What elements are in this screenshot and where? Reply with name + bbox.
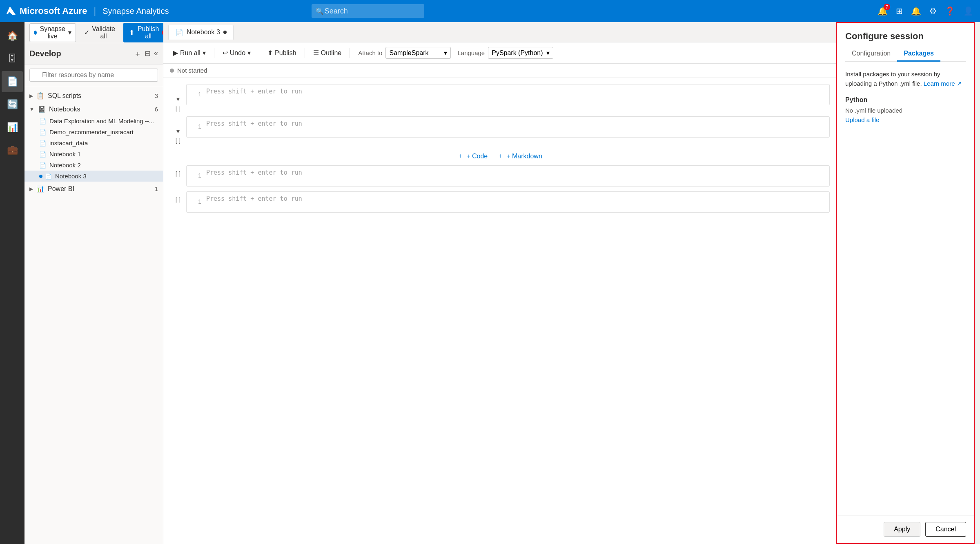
powerbi-icon: 📊 [36, 185, 45, 193]
sql-chevron-icon: ▶ [29, 93, 33, 99]
cell-4: [ ] 1 Press shift + enter to run [170, 191, 830, 213]
config-tab-packages[interactable]: Packages [897, 47, 940, 62]
notifications-icon[interactable]: 🔔 7 [878, 6, 888, 16]
validate-all-button[interactable]: ✓ Validate all [81, 24, 118, 42]
user-icon[interactable]: 👤 [963, 6, 973, 16]
brand-logo: Microsoft Azure [7, 6, 87, 16]
notebook-status-label: Not started [177, 67, 207, 74]
cancel-button[interactable]: Cancel [925, 522, 966, 537]
sidebar-item-manage[interactable]: 💼 [2, 140, 23, 161]
notebooks-label: Notebooks [49, 106, 80, 113]
sql-scripts-label: SQL scripts [48, 92, 81, 100]
config-tabs: Configuration Packages [845, 47, 966, 62]
close-sidebar-icon[interactable]: « [154, 49, 158, 59]
alert-icon[interactable]: 🔔 [911, 6, 921, 16]
add-markdown-label: + Markdown [506, 153, 542, 160]
tree-group-notebooks-header[interactable]: ▼ 📓 Notebooks 6 [24, 103, 163, 115]
upload-file-link[interactable]: Upload a file [845, 116, 879, 123]
notebook-item-label-3: Notebook 1 [49, 151, 81, 158]
search-input[interactable] [312, 4, 424, 18]
tree-group-sql-header[interactable]: ▶ 📋 SQL scripts 3 [24, 89, 163, 102]
powerbi-label: Power BI [48, 185, 74, 193]
learn-more-link[interactable]: Learn more ↗ [924, 80, 962, 87]
synapse-live-button[interactable]: Synapse live ▾ [29, 23, 76, 42]
notebook-item-0[interactable]: 📄 Data Exploration and ML Modeling --... [24, 115, 163, 127]
language-dropdown[interactable]: PySpark (Python) ▾ [488, 47, 553, 59]
cell-line-4: 1 [192, 195, 201, 209]
cell-hint-3: Press shift + enter to run [206, 169, 302, 183]
cell-collapse-icon-2[interactable]: ▾ [176, 127, 180, 135]
notebook-tab-label: Notebook 3 [187, 29, 220, 36]
notebook-item-4[interactable]: 📄 Notebook 2 [24, 160, 163, 171]
configure-session-panel: Configure session Configuration Packages… [836, 22, 975, 544]
cell-body-2[interactable]: 1 Press shift + enter to run [186, 116, 830, 138]
notebook-file-icon: 📄 [175, 29, 183, 36]
attach-to-label: Attach to [358, 49, 382, 56]
filter-input[interactable] [29, 69, 158, 82]
cell-gutter-3: [ ] [170, 165, 186, 177]
search-wrapper: 🔍 [312, 4, 597, 18]
cell-body-3[interactable]: 1 Press shift + enter to run [186, 165, 830, 187]
publish-upload-icon: ⬆ [129, 29, 134, 36]
notebook-item-icon-3: 📄 [39, 151, 46, 158]
notebook-item-5[interactable]: 📄 Notebook 3 [24, 171, 163, 182]
sub-sidebar-toolbar: Develop ＋ ⊟ « [24, 43, 163, 64]
tree-group-powerbi-header[interactable]: ▶ 📊 Power BI 1 [24, 182, 163, 195]
notebook-item-icon-5: 📄 [45, 173, 52, 180]
publish-all-label: Publish all [137, 25, 160, 40]
cell-bracket-3: [ ] [176, 170, 181, 177]
outline-button[interactable]: ☰ Outline [310, 47, 345, 58]
external-link-icon: ↗ [957, 80, 962, 87]
sidebar-item-data[interactable]: 🗄 [2, 48, 23, 69]
sidebar-item-develop[interactable]: 📄 [2, 71, 23, 92]
nav-divider: | [94, 6, 96, 16]
sidebar-item-monitor[interactable]: 📊 [2, 117, 23, 138]
apply-button[interactable]: Apply [884, 522, 920, 537]
notebook-toolbar: ▶ Run all ▾ ↩ Undo ▾ ⬆ Publish ☰ Outline… [163, 42, 836, 64]
cell-add-row: ＋ + Code ＋ + Markdown [170, 149, 830, 164]
config-panel-header: Configure session Configuration Packages [837, 23, 974, 62]
attach-to-dropdown[interactable]: SampleSpark ▾ [385, 47, 451, 59]
collapse-all-icon[interactable]: ⊟ [145, 49, 151, 59]
app-layout: 🏠 🗄 📄 🔄 📊 💼 Synapse live ▾ ✓ Validate al… [0, 22, 980, 544]
sidebar-item-integrate[interactable]: 🔄 [2, 94, 23, 115]
add-markdown-button[interactable]: ＋ + Markdown [497, 152, 542, 160]
notebook-item-2[interactable]: 📄 instacart_data [24, 138, 163, 149]
cell-line-2: 1 [192, 120, 201, 134]
notebooks-icon: 📓 [38, 105, 46, 113]
undo-button[interactable]: ↩ Undo ▾ [219, 47, 254, 58]
scroll-indicator[interactable] [975, 22, 980, 544]
run-all-button[interactable]: ▶ Run all ▾ [170, 47, 209, 58]
cell-3: [ ] 1 Press shift + enter to run [170, 165, 830, 187]
no-yml-file-text: No .yml file uploaded [845, 107, 966, 114]
outline-label: Outline [321, 49, 342, 57]
sidebar-toolbar-icons: ＋ ⊟ « [134, 49, 158, 59]
cell-2: ▶ ▾ [ ] 1 Press shift + enter to run [170, 116, 830, 144]
grid-icon[interactable]: ⊞ [896, 6, 903, 16]
settings-icon[interactable]: ⚙ [929, 6, 937, 16]
sub-sidebar: Synapse live ▾ ✓ Validate all ⬆ Publish … [24, 22, 163, 544]
add-code-label: + Code [466, 153, 488, 160]
synapse-live-label: Synapse live [39, 25, 66, 40]
help-icon[interactable]: ❓ [945, 6, 955, 16]
tree-group-notebooks: ▼ 📓 Notebooks 6 📄 Data Exploration and M… [24, 103, 163, 182]
config-tab-configuration[interactable]: Configuration [845, 47, 897, 62]
cell-body-1[interactable]: 1 Press shift + enter to run [186, 84, 830, 105]
run-all-label: Run all [180, 49, 200, 57]
notebook-cells: ▶ ▾ [ ] 1 Press shift + enter to run ▶ ▾… [163, 78, 836, 544]
sidebar-item-home[interactable]: 🏠 [2, 25, 23, 47]
cell-1: ▶ ▾ [ ] 1 Press shift + enter to run [170, 84, 830, 111]
notebook-status-bar: Not started [163, 64, 836, 78]
add-code-button[interactable]: ＋ + Code [457, 152, 488, 160]
add-resource-icon[interactable]: ＋ [134, 49, 141, 59]
notebook-item-3[interactable]: 📄 Notebook 1 [24, 149, 163, 160]
cell-body-4[interactable]: 1 Press shift + enter to run [186, 191, 830, 213]
cell-collapse-icon-1[interactable]: ▾ [176, 95, 180, 103]
attach-to-chevron-icon: ▾ [444, 49, 447, 57]
add-markdown-icon: ＋ [497, 152, 504, 160]
sql-scripts-count: 3 [155, 92, 158, 99]
publish-button[interactable]: ⬆ Publish [264, 47, 299, 58]
notebook-tab-3[interactable]: 📄 Notebook 3 [168, 25, 234, 40]
azure-logo-icon [7, 7, 16, 16]
notebook-item-1[interactable]: 📄 Demo_recommender_instacart [24, 127, 163, 138]
